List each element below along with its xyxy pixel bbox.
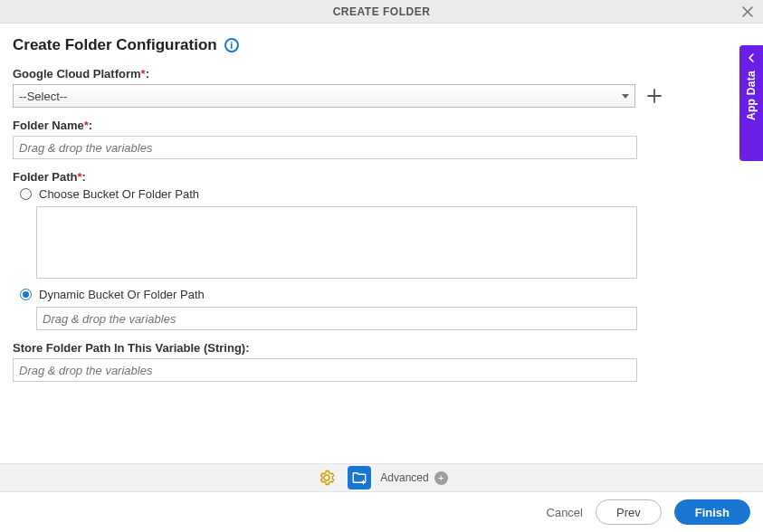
field-folder-path: Folder Path*: Choose Bucket Or Folder Pa… <box>13 170 750 330</box>
radio-dynamic-label: Dynamic Bucket Or Folder Path <box>39 288 205 301</box>
gcp-select-value: --Select-- <box>19 90 67 103</box>
mode-toolbar: Advanced + <box>0 463 763 492</box>
titlebar: CREATE FOLDER <box>0 0 763 24</box>
field-label-gcp: Google Cloud Platform*: <box>13 67 750 81</box>
field-gcp: Google Cloud Platform*: --Select-- <box>13 67 750 108</box>
radio-choose-bucket[interactable]: Choose Bucket Or Folder Path <box>20 187 750 201</box>
field-label-folder-name: Folder Name*: <box>13 119 750 132</box>
info-icon[interactable]: i <box>224 38 239 52</box>
gear-icon[interactable] <box>315 466 339 489</box>
dynamic-path-input[interactable] <box>36 307 637 330</box>
advanced-toggle[interactable]: Advanced + <box>380 471 447 485</box>
app-data-tab[interactable]: App Data <box>739 45 763 161</box>
radio-choose-label: Choose Bucket Or Folder Path <box>39 187 199 201</box>
add-gcp-button[interactable] <box>644 86 664 106</box>
close-icon[interactable] <box>739 4 756 20</box>
prev-button[interactable]: Prev <box>596 499 662 525</box>
advanced-label: Advanced <box>380 471 428 484</box>
field-label-store-variable: Store Folder Path In This Variable (Stri… <box>13 341 750 355</box>
folder-add-icon[interactable] <box>348 466 371 489</box>
gcp-select[interactable]: --Select-- <box>13 84 635 108</box>
cancel-button[interactable]: Cancel <box>547 506 583 519</box>
field-folder-name: Folder Name*: <box>13 119 750 159</box>
chevron-down-icon <box>622 94 629 99</box>
radio-icon <box>20 188 32 200</box>
dialog-footer: Cancel Prev Finish <box>0 492 763 532</box>
form-content: Create Folder Configuration i Google Clo… <box>0 24 763 382</box>
plus-circle-icon: + <box>434 471 448 485</box>
folder-name-input[interactable] <box>13 136 637 159</box>
page-heading: Create Folder Configuration i <box>13 36 750 54</box>
radio-dynamic-bucket[interactable]: Dynamic Bucket Or Folder Path <box>20 288 750 301</box>
chevron-left-icon <box>747 52 756 65</box>
finish-button[interactable]: Finish <box>674 499 750 525</box>
radio-icon <box>20 289 32 300</box>
field-store-variable: Store Folder Path In This Variable (Stri… <box>13 341 750 382</box>
dialog-title: CREATE FOLDER <box>333 5 431 18</box>
store-variable-input[interactable] <box>13 358 637 382</box>
field-label-folder-path: Folder Path*: <box>13 170 750 184</box>
app-data-label: App Data <box>745 71 758 120</box>
page-title: Create Folder Configuration <box>13 36 217 54</box>
bucket-picker-box[interactable] <box>36 206 637 279</box>
